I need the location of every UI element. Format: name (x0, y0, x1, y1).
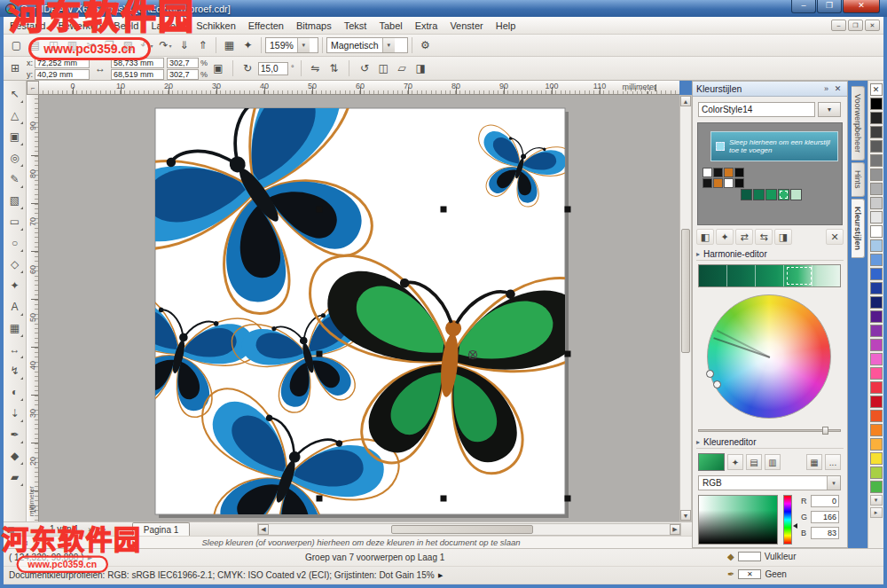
freehand-tool[interactable]: ✎ (5, 169, 25, 190)
color-style-swatch[interactable] (734, 168, 744, 177)
color-wheel[interactable] (707, 294, 831, 419)
harmony-swatch[interactable] (778, 189, 789, 200)
add-page-button[interactable]: + (111, 523, 125, 536)
palette-swatch[interactable] (870, 268, 883, 280)
paste-icon[interactable]: ▨ (119, 37, 137, 54)
palette-swatch[interactable] (870, 282, 883, 294)
menu-item[interactable]: Tekst (338, 19, 373, 33)
current-color-swatch[interactable] (698, 453, 725, 471)
harmony-swatch[interactable] (765, 189, 777, 200)
palette-swatch[interactable] (870, 239, 883, 252)
scroll-right-icon[interactable]: ▶ (670, 524, 680, 535)
smart-fill-tool[interactable]: ▧ (5, 190, 25, 211)
docker-close-icon[interactable]: ✕ (832, 84, 844, 93)
y-position-input[interactable]: 40,29 mm (35, 69, 90, 80)
horizontal-scrollbar[interactable]: ◀ ▶ (257, 523, 681, 536)
menu-item[interactable]: Effecten (242, 19, 290, 33)
undo-icon[interactable]: ↶ (137, 37, 156, 54)
palette-swatch[interactable] (870, 112, 883, 124)
connector-tool[interactable]: ↯ (5, 360, 25, 381)
order-icon[interactable]: ◫ (374, 60, 393, 77)
palette-swatch[interactable] (870, 126, 883, 138)
ellipse-tool[interactable]: ○ (5, 232, 25, 254)
height-input[interactable]: 68,519 mm (111, 69, 164, 80)
polygon-tool[interactable]: ◇ (5, 254, 25, 275)
menu-item[interactable]: Schikken (190, 19, 242, 33)
palette-swatch[interactable] (870, 169, 883, 181)
delete-style-icon[interactable]: ✕ (826, 229, 844, 245)
doc-restore-button[interactable]: ❐ (848, 20, 863, 31)
crop-tool[interactable]: ▣ (5, 126, 25, 147)
scroll-down-icon[interactable]: ▼ (680, 510, 691, 521)
doc-minimize-button[interactable]: – (831, 20, 846, 31)
status-expand-icon[interactable]: ▶ (84, 552, 97, 564)
color-style-swatch[interactable] (703, 178, 712, 188)
launcher-icon[interactable]: ▦ (220, 37, 239, 54)
x-position-input[interactable]: 72,252 mm (35, 58, 90, 68)
menu-item[interactable]: Tabel (373, 19, 408, 33)
page-tab[interactable]: Pagina 1 (132, 522, 190, 536)
pick-tool[interactable]: ↖ (5, 83, 25, 105)
palette-remove-icon[interactable]: ⊠ (20, 538, 30, 548)
redo-icon[interactable]: ↷ (156, 37, 175, 54)
color-styles-area[interactable]: Sleep hierheen om een kleurstijl toe te … (697, 122, 843, 225)
palette-swatch[interactable] (870, 98, 883, 110)
convert-gradient-icon[interactable]: ⇆ (755, 229, 773, 245)
saturation-square[interactable] (698, 495, 778, 545)
new-style-dropdown-button[interactable]: ▾ (818, 102, 841, 117)
shape-tool[interactable]: △ (5, 105, 25, 126)
snap-to-select[interactable]: Magnetisch ▾ (326, 37, 408, 53)
harmony-selected-segment[interactable] (787, 267, 812, 285)
import-icon[interactable]: ⇓ (175, 37, 193, 54)
vertical-scroll-thumb[interactable] (681, 229, 690, 353)
outline-color-swatch[interactable]: ✕ (738, 569, 761, 579)
palette-flyout-icon[interactable]: ▸ (870, 507, 883, 518)
slider-knob[interactable] (822, 427, 828, 435)
docker-collapse-icon[interactable]: » (820, 84, 832, 93)
palette-swatch[interactable] (870, 367, 883, 380)
harmony-swatch[interactable] (790, 189, 802, 200)
vertical-ruler[interactable]: 908070605040302010 millimeter (27, 95, 39, 521)
next-page-button[interactable]: › (82, 523, 97, 536)
first-page-button[interactable]: « (18, 523, 32, 536)
color-style-swatch[interactable] (724, 168, 734, 177)
palette-swatch[interactable] (870, 310, 883, 323)
mirror-vertical-icon[interactable]: ⇅ (326, 60, 342, 76)
color-style-swatch[interactable] (724, 178, 734, 188)
basic-shapes-tool[interactable]: ✦ (5, 275, 25, 296)
color-model-select[interactable]: RGB ▾ (698, 475, 841, 490)
open-icon[interactable]: ▤ (26, 37, 44, 54)
scroll-up-icon[interactable]: ▲ (680, 96, 691, 106)
channel-value-input[interactable]: 166 (811, 511, 839, 523)
palette-swatch[interactable] (870, 211, 883, 223)
options-icon[interactable]: ⚙ (416, 37, 435, 54)
palette-swatch[interactable] (870, 410, 883, 422)
menu-item[interactable]: Bitmaps (290, 19, 338, 33)
menu-item[interactable]: Extra (409, 19, 444, 33)
eyedropper-tool[interactable]: ⇣ (5, 403, 25, 424)
palette-swatch[interactable] (870, 452, 883, 465)
color-eyedropper-icon[interactable]: ✦ (727, 454, 743, 470)
harmony-editor-section[interactable]: ▸ Harmonie-editor (696, 248, 844, 261)
palette-swatch[interactable] (870, 183, 883, 195)
menu-item[interactable]: Lay-out (145, 19, 190, 33)
scale-y-input[interactable]: 302,7 (167, 69, 199, 80)
previous-page-button[interactable]: ‹ (32, 523, 46, 536)
palette-swatch[interactable] (870, 325, 883, 337)
more-options-button[interactable]: ... (825, 454, 841, 470)
layer-icon[interactable]: ▤ (4, 523, 18, 536)
color-style-swatch[interactable] (713, 178, 723, 188)
palette-swatch[interactable] (870, 197, 883, 209)
hue-bar[interactable] (783, 495, 792, 545)
add-style-icon[interactable]: ◧ (696, 229, 714, 245)
mirror-horizontal-icon[interactable]: ⇋ (308, 60, 324, 76)
menu-item[interactable]: Bestand (4, 19, 51, 33)
convert-icon[interactable]: ◨ (412, 60, 430, 77)
palette-swatch[interactable] (870, 381, 883, 394)
harmony-swatch[interactable] (741, 189, 752, 200)
palette-swatch[interactable] (870, 140, 883, 153)
wheel-handle[interactable] (706, 370, 714, 378)
fill-color-swatch[interactable] (738, 552, 761, 561)
zoom-level-select[interactable]: 159% ▾ (265, 37, 318, 53)
color-style-name-input[interactable]: ColorStyle14 (698, 102, 815, 117)
